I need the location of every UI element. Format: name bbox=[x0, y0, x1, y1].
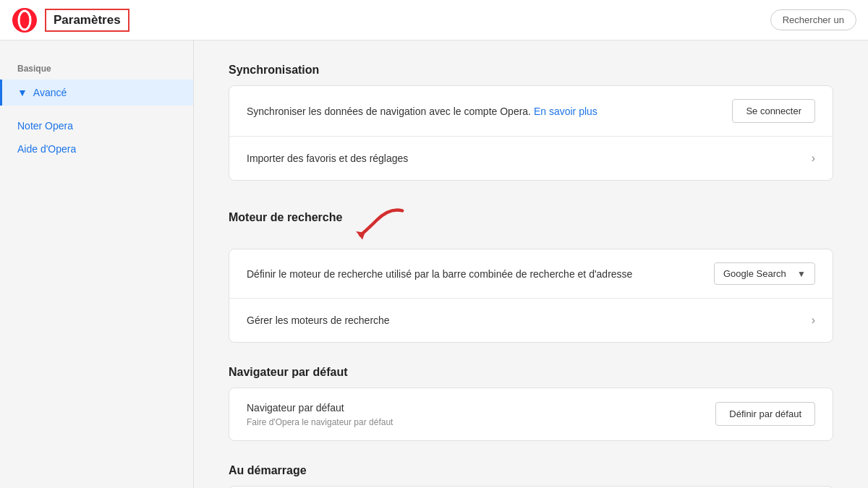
card-row-sync: Synchroniser les données de navigation a… bbox=[229, 86, 833, 137]
main-layout: Basique ▼ Avancé Noter Opera Aide d'Oper… bbox=[0, 40, 868, 488]
section-demarrage: Au démarrage Commencer avec la page de d… bbox=[229, 464, 833, 488]
sidebar-link-noter-opera[interactable]: Noter Opera bbox=[0, 114, 193, 137]
define-search-label: Définir le moteur de recherche utilisé p… bbox=[247, 268, 702, 280]
sidebar-item-label-avance: Avancé bbox=[33, 87, 67, 98]
card-demarrage: Commencer avec la page de démarrage bbox=[229, 486, 833, 488]
card-row-define-search: Définir le moteur de recherche utilisé p… bbox=[229, 249, 833, 299]
card-navigateur: Navigateur par défaut Faire d'Opera le n… bbox=[229, 388, 833, 441]
card-row-default-browser: Navigateur par défaut Faire d'Opera le n… bbox=[229, 388, 833, 440]
section-title-row-moteur: Moteur de recherche bbox=[229, 204, 833, 240]
dropdown-arrow-icon: ▼ bbox=[797, 269, 806, 279]
default-browser-text: Navigateur par défaut Faire d'Opera le n… bbox=[247, 401, 704, 427]
card-synchronisation: Synchroniser les données de navigation a… bbox=[229, 85, 833, 181]
search-engine-value: Google Search bbox=[723, 268, 786, 279]
header-search-box[interactable]: Rechercher un bbox=[770, 9, 856, 30]
opera-logo-icon bbox=[12, 7, 38, 33]
main-content: Synchronisation Synchroniser les données… bbox=[194, 40, 868, 488]
set-default-button[interactable]: Définir par défaut bbox=[715, 402, 815, 426]
section-title-synchronisation: Synchronisation bbox=[229, 64, 833, 77]
sidebar-section-basique: Basique bbox=[0, 58, 193, 80]
card-row-sync-action: Se connecter bbox=[732, 99, 815, 123]
section-title-demarrage: Au démarrage bbox=[229, 464, 833, 477]
header: Paramètres Rechercher un bbox=[0, 0, 868, 40]
header-search-placeholder: Rechercher un bbox=[783, 14, 844, 25]
sidebar: Basique ▼ Avancé Noter Opera Aide d'Oper… bbox=[0, 40, 194, 488]
header-title-box: Paramètres bbox=[45, 9, 129, 32]
default-browser-sublabel: Faire d'Opera le navigateur par défaut bbox=[247, 417, 704, 427]
red-arrow-annotation-icon bbox=[351, 204, 409, 240]
card-moteur: Définir le moteur de recherche utilisé p… bbox=[229, 249, 833, 343]
card-row-import[interactable]: Importer des favoris et des réglages › bbox=[229, 137, 833, 180]
search-engine-dropdown-wrapper: Google Search ▼ bbox=[714, 262, 815, 285]
header-title: Paramètres bbox=[54, 13, 121, 27]
section-synchronisation: Synchronisation Synchroniser les données… bbox=[229, 64, 833, 181]
section-title-moteur: Moteur de recherche bbox=[229, 211, 342, 224]
chevron-right-icon-2: › bbox=[812, 314, 815, 326]
sync-text: Synchroniser les données de navigation a… bbox=[247, 106, 531, 117]
sidebar-item-avance[interactable]: ▼ Avancé bbox=[0, 80, 193, 106]
manage-search-chevron: › bbox=[812, 314, 815, 327]
sync-learn-more-link[interactable]: En savoir plus bbox=[534, 106, 597, 117]
card-row-sync-text: Synchroniser les données de navigation a… bbox=[247, 106, 720, 117]
search-engine-dropdown[interactable]: Google Search ▼ bbox=[714, 262, 815, 285]
section-moteur: Moteur de recherche Définir le moteur de… bbox=[229, 204, 833, 343]
default-browser-label: Navigateur par défaut bbox=[247, 401, 704, 416]
sidebar-link-aide-opera[interactable]: Aide d'Opera bbox=[0, 137, 193, 160]
import-label: Importer des favoris et des réglages bbox=[247, 153, 800, 164]
section-title-navigateur: Navigateur par défaut bbox=[229, 366, 833, 379]
card-row-manage-search[interactable]: Gérer les moteurs de recherche › bbox=[229, 299, 833, 342]
section-navigateur: Navigateur par défaut Navigateur par déf… bbox=[229, 366, 833, 441]
header-logo: Paramètres bbox=[12, 7, 129, 33]
chevron-down-icon: ▼ bbox=[17, 87, 27, 98]
chevron-right-icon: › bbox=[812, 152, 815, 164]
default-browser-action: Définir par défaut bbox=[715, 402, 815, 426]
se-connecter-button[interactable]: Se connecter bbox=[732, 99, 815, 123]
manage-search-label: Gérer les moteurs de recherche bbox=[247, 314, 800, 326]
svg-marker-2 bbox=[357, 231, 365, 240]
import-chevron: › bbox=[812, 152, 815, 165]
